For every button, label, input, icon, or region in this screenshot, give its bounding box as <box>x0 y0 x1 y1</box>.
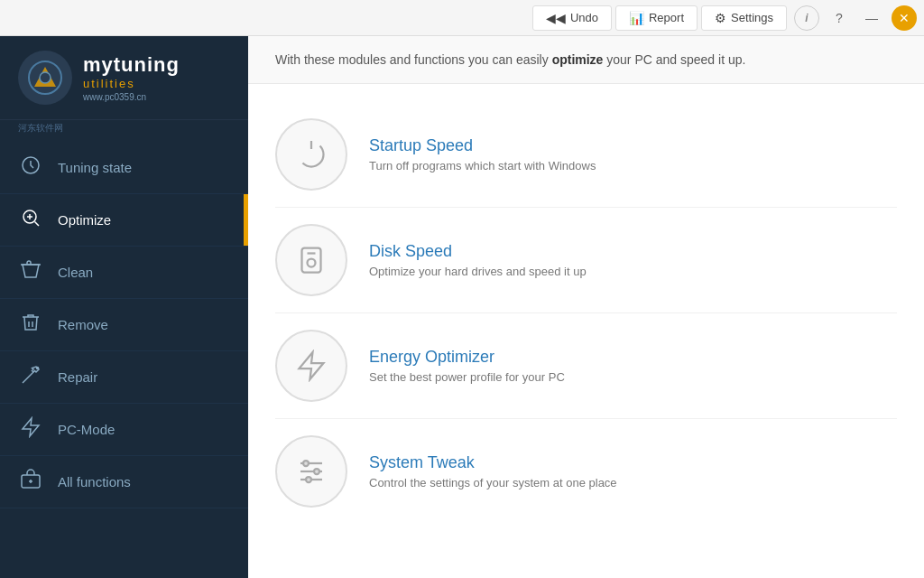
description-text: With these modules and functions you can… <box>275 52 549 67</box>
disk-speed-info: Disk SpeedOptimize your hard drives and … <box>369 242 897 278</box>
report-button[interactable]: 📊 Report <box>615 5 698 31</box>
startup-speed-info: Startup SpeedTurn off programs which sta… <box>369 136 897 172</box>
tuning-state-icon <box>18 154 43 181</box>
system-tweak-description: Control the settings of your system at o… <box>369 476 897 489</box>
sidebar-item-clean[interactable]: Clean <box>0 247 248 299</box>
minimize-button[interactable]: — <box>859 5 884 31</box>
settings-icon: ⚙ <box>715 11 726 25</box>
optimize-icon <box>18 207 43 233</box>
disk-speed-title: Disk Speed <box>369 242 897 261</box>
energy-optimizer-icon <box>275 330 347 402</box>
logo-url: www.pc0359.cn <box>83 92 180 102</box>
module-item-system-tweak[interactable]: System TweakControl the settings of your… <box>275 419 897 524</box>
sidebar-item-remove[interactable]: Remove <box>0 299 248 351</box>
settings-button[interactable]: ⚙ Settings <box>701 5 787 31</box>
watermark: 河东软件网 <box>0 120 248 142</box>
toolbar-actions: ◀◀ Undo 📊 Report ⚙ Settings i ? — ✕ <box>532 5 917 31</box>
svg-line-5 <box>35 222 40 227</box>
sidebar-item-all-functions[interactable]: All functions <box>0 456 248 508</box>
content-area: With these modules and functions you can… <box>248 36 924 578</box>
main-layout: mytuning utilities www.pc0359.cn 河东软件网 T… <box>0 36 924 578</box>
sidebar-label-repair: Repair <box>58 369 97 385</box>
sidebar-label-all-functions: All functions <box>58 474 131 489</box>
svg-point-22 <box>314 469 319 474</box>
modules-list: Startup SpeedTurn off programs which sta… <box>248 84 924 578</box>
startup-speed-title: Startup Speed <box>369 136 897 155</box>
system-tweak-title: System Tweak <box>369 453 897 472</box>
svg-rect-14 <box>302 248 321 273</box>
startup-speed-icon <box>275 118 347 191</box>
energy-optimizer-info: Energy OptimizerSet the best power profi… <box>369 348 897 384</box>
active-indicator <box>244 194 248 246</box>
sidebar-item-tuning-state[interactable]: Tuning state <box>0 142 248 194</box>
close-button[interactable]: ✕ <box>892 5 917 31</box>
energy-optimizer-description: Set the best power profile for your PC <box>369 370 897 384</box>
help-button[interactable]: ? <box>827 5 852 31</box>
logo-title: mytuning <box>83 53 180 77</box>
system-tweak-icon <box>275 435 347 508</box>
startup-speed-description: Turn off programs which start with Windo… <box>369 159 897 172</box>
description-end: your PC and speed it up. <box>606 52 745 67</box>
sidebar-label-clean: Clean <box>58 265 93 280</box>
module-item-startup-speed[interactable]: Startup SpeedTurn off programs which sta… <box>275 102 897 208</box>
energy-optimizer-title: Energy Optimizer <box>369 348 897 367</box>
pc-mode-icon <box>18 416 43 443</box>
svg-point-21 <box>303 461 309 466</box>
undo-button[interactable]: ◀◀ Undo <box>532 5 612 31</box>
info-button[interactable]: i <box>794 5 819 31</box>
logo-subtitle: utilities <box>83 77 180 90</box>
sidebar-label-optimize: Optimize <box>58 212 111 228</box>
sidebar-label-tuning-state: Tuning state <box>58 160 132 175</box>
logo-icon <box>18 51 72 105</box>
undo-icon: ◀◀ <box>546 11 566 25</box>
sidebar-item-optimize[interactable]: Optimize <box>0 194 248 247</box>
repair-icon <box>18 364 43 390</box>
svg-marker-17 <box>300 352 324 379</box>
description-bold: optimize <box>552 52 604 67</box>
sidebar-item-pc-mode[interactable]: PC-Mode <box>0 404 248 456</box>
svg-point-2 <box>40 72 51 83</box>
title-bar: ◀◀ Undo 📊 Report ⚙ Settings i ? — ✕ <box>0 0 924 36</box>
sidebar: mytuning utilities www.pc0359.cn 河东软件网 T… <box>0 36 248 578</box>
disk-speed-description: Optimize your hard drives and speed it u… <box>369 265 897 278</box>
logo-area: mytuning utilities www.pc0359.cn <box>0 36 248 120</box>
svg-point-15 <box>308 259 316 267</box>
nav-list: Tuning stateOptimizeCleanRemoveRepairPC-… <box>0 142 248 578</box>
report-icon: 📊 <box>629 11 644 25</box>
sidebar-label-pc-mode: PC-Mode <box>58 422 115 437</box>
sidebar-item-repair[interactable]: Repair <box>0 351 248 404</box>
sidebar-label-remove: Remove <box>58 317 108 332</box>
svg-line-9 <box>23 372 33 383</box>
svg-point-23 <box>306 477 311 482</box>
all-functions-icon <box>18 469 43 495</box>
disk-speed-icon <box>275 224 347 296</box>
module-item-disk-speed[interactable]: Disk SpeedOptimize your hard drives and … <box>275 208 897 313</box>
remove-icon <box>18 312 43 338</box>
clean-icon <box>18 259 43 285</box>
module-item-energy-optimizer[interactable]: Energy OptimizerSet the best power profi… <box>275 313 897 419</box>
system-tweak-info: System TweakControl the settings of your… <box>369 453 897 489</box>
logo-text: mytuning utilities www.pc0359.cn <box>83 53 180 102</box>
description-bar: With these modules and functions you can… <box>248 36 924 84</box>
